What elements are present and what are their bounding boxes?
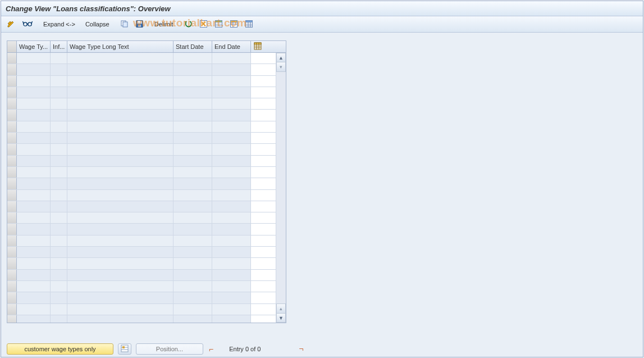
cell-end-date[interactable]	[212, 212, 251, 223]
table-row[interactable]	[7, 212, 276, 224]
cell-inf[interactable]	[51, 98, 67, 109]
row-selector[interactable]	[7, 235, 17, 246]
cell-start-date[interactable]	[173, 304, 212, 315]
row-selector[interactable]	[7, 281, 17, 292]
cell-end-date[interactable]	[212, 270, 251, 280]
col-header-start-date[interactable]: Start Date	[173, 41, 212, 52]
cell-long-text[interactable]	[67, 178, 173, 189]
col-header-end-date[interactable]: End Date	[212, 41, 251, 52]
cell-wage-type[interactable]	[17, 144, 51, 155]
row-selector[interactable]	[7, 178, 17, 189]
scroll-up-step-button[interactable]: ▾	[276, 62, 286, 72]
cell-end-date[interactable]	[212, 304, 251, 315]
cell-end-date[interactable]	[212, 281, 251, 292]
cell-long-text[interactable]	[67, 270, 173, 280]
row-selector[interactable]	[7, 133, 17, 143]
cell-long-text[interactable]	[67, 87, 173, 98]
cell-wage-type[interactable]	[17, 53, 51, 64]
customer-wage-types-button[interactable]: customer wage types only	[7, 343, 113, 355]
cell-wage-type[interactable]	[17, 167, 51, 178]
cell-wage-type[interactable]	[17, 247, 51, 257]
cell-end-date[interactable]	[212, 156, 251, 166]
grid-select-all-header[interactable]	[7, 41, 17, 52]
position-button[interactable]: Position...	[136, 343, 203, 355]
cell-inf[interactable]	[51, 258, 67, 269]
cell-long-text[interactable]	[67, 281, 173, 292]
cell-wage-type[interactable]	[17, 224, 51, 234]
display-mode-button[interactable]	[20, 19, 35, 30]
cell-inf[interactable]	[51, 178, 67, 189]
table-row[interactable]	[7, 247, 276, 258]
table-row[interactable]	[7, 224, 276, 235]
delimit-button[interactable]: Delimit	[150, 19, 177, 30]
cell-inf[interactable]	[51, 53, 67, 64]
grid-configure-button[interactable]	[251, 41, 264, 52]
cell-long-text[interactable]	[67, 247, 173, 257]
cell-wage-type[interactable]	[17, 212, 51, 223]
table-row[interactable]	[7, 190, 276, 201]
table-row[interactable]	[7, 281, 276, 292]
cell-start-date[interactable]	[173, 144, 212, 155]
cell-wage-type[interactable]	[17, 110, 51, 120]
table-row[interactable]	[7, 201, 276, 212]
table-row[interactable]	[7, 304, 276, 315]
cell-inf[interactable]	[51, 167, 67, 178]
cell-inf[interactable]	[51, 224, 67, 234]
cell-start-date[interactable]	[173, 212, 212, 223]
cell-end-date[interactable]	[212, 53, 251, 64]
cell-end-date[interactable]	[212, 224, 251, 234]
cell-long-text[interactable]	[67, 98, 173, 109]
cell-inf[interactable]	[51, 190, 67, 201]
cell-wage-type[interactable]	[17, 315, 51, 323]
cell-long-text[interactable]	[67, 315, 173, 323]
table-settings-button[interactable]	[212, 19, 225, 30]
cell-start-date[interactable]	[173, 64, 212, 75]
cell-end-date[interactable]	[212, 178, 251, 189]
scroll-up-button[interactable]: ▲	[276, 53, 286, 62]
table-row[interactable]	[7, 98, 276, 110]
cell-long-text[interactable]	[67, 224, 173, 234]
cell-end-date[interactable]	[212, 144, 251, 155]
table-row[interactable]	[7, 121, 276, 133]
row-selector[interactable]	[7, 224, 17, 234]
table-row[interactable]	[7, 292, 276, 303]
cell-wage-type[interactable]	[17, 178, 51, 189]
row-selector[interactable]	[7, 167, 17, 178]
cell-wage-type[interactable]	[17, 98, 51, 109]
cell-long-text[interactable]	[67, 110, 173, 120]
cell-inf[interactable]	[51, 201, 67, 212]
row-selector[interactable]	[7, 98, 17, 109]
cell-wage-type[interactable]	[17, 64, 51, 75]
cell-inf[interactable]	[51, 212, 67, 223]
row-selector[interactable]	[7, 156, 17, 166]
row-selector[interactable]	[7, 110, 17, 120]
scroll-down-step-button[interactable]: ▴	[276, 303, 286, 313]
table-row[interactable]	[7, 53, 276, 64]
table-row[interactable]	[7, 258, 276, 269]
cell-start-date[interactable]	[173, 270, 212, 280]
cell-inf[interactable]	[51, 156, 67, 166]
cell-start-date[interactable]	[173, 121, 212, 132]
table-row[interactable]	[7, 178, 276, 189]
cell-start-date[interactable]	[173, 281, 212, 292]
copy-button[interactable]	[118, 19, 131, 30]
cell-end-date[interactable]	[212, 201, 251, 212]
cell-end-date[interactable]	[212, 190, 251, 201]
cell-long-text[interactable]	[67, 258, 173, 269]
row-selector[interactable]	[7, 87, 17, 98]
expand-button[interactable]: Expand <->	[39, 19, 79, 30]
cell-start-date[interactable]	[173, 258, 212, 269]
cell-start-date[interactable]	[173, 76, 212, 87]
cell-start-date[interactable]	[173, 87, 212, 98]
cell-start-date[interactable]	[173, 178, 212, 189]
cell-inf[interactable]	[51, 304, 67, 315]
cell-inf[interactable]	[51, 270, 67, 280]
cell-start-date[interactable]	[173, 190, 212, 201]
cell-start-date[interactable]	[173, 201, 212, 212]
cell-start-date[interactable]	[173, 156, 212, 166]
change-mode-button[interactable]	[4, 19, 18, 30]
table-row[interactable]	[7, 110, 276, 121]
save-button[interactable]	[133, 19, 146, 30]
scroll-down-button[interactable]: ▼	[276, 313, 286, 323]
cell-long-text[interactable]	[67, 304, 173, 315]
